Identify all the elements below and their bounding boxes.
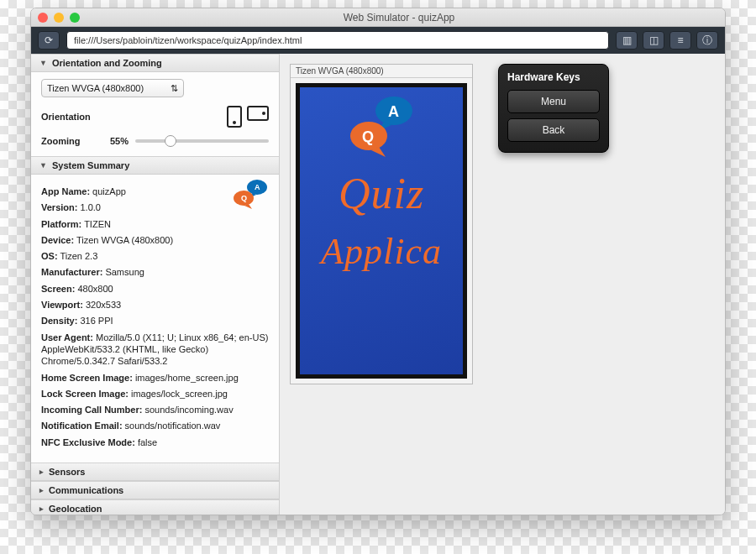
- url-field[interactable]: file:///Users/pabloin/tizen/workspace/qu…: [66, 31, 609, 50]
- system-info-row: Screen: 480x800: [41, 283, 269, 295]
- svg-text:A: A: [388, 103, 399, 120]
- section-title: System Summary: [52, 160, 129, 170]
- chevron-right-icon: ▸: [39, 504, 44, 513]
- system-info-row: Home Screen Image: images/home_screen.jp…: [41, 372, 269, 384]
- section-system-header[interactable]: ▼ System Summary: [31, 156, 279, 175]
- system-info-row: Lock Screen Image: images/lock_screen.jp…: [41, 388, 269, 400]
- section-geolocation-header[interactable]: ▸Geolocation: [31, 499, 279, 515]
- app-preview: A Q Quiz Applica: [300, 87, 463, 374]
- landscape-icon[interactable]: [247, 106, 269, 121]
- device-frame: Tizen WVGA (480x800) A Q Quiz Applica: [290, 64, 473, 384]
- main-body: ▼ Orientation and Zooming Tizen WVGA (48…: [31, 54, 725, 515]
- app-title-line1: Quiz: [339, 173, 424, 214]
- svg-text:A: A: [255, 183, 260, 191]
- chevron-down-icon: ▼: [39, 59, 47, 67]
- system-info-row: Device: Tizen WVGA (480x800): [41, 234, 269, 246]
- section-orientation-header[interactable]: ▼ Orientation and Zooming: [31, 54, 279, 72]
- system-info-row: Manufacturer: Samsung: [41, 266, 269, 278]
- zoom-slider[interactable]: [135, 139, 269, 143]
- chevron-right-icon: ▸: [39, 468, 44, 476]
- sidebar: ▼ Orientation and Zooming Tizen WVGA (48…: [31, 54, 280, 515]
- chevron-down-icon: ▼: [39, 161, 47, 170]
- zoom-icon[interactable]: [70, 13, 80, 23]
- section-title: Communications: [49, 485, 123, 495]
- section-sensors-header[interactable]: ▸Sensors: [31, 463, 279, 481]
- hardware-keys-panel: Hardware Keys Menu Back: [498, 64, 609, 153]
- panel-button[interactable]: ▥: [616, 31, 638, 50]
- toolbar-right-group: ▥ ◫ ≡ ⓘ: [616, 31, 718, 50]
- reload-button[interactable]: ⟳: [38, 31, 60, 50]
- system-info-row: Incoming Call Number: sounds/incoming.wa…: [41, 404, 269, 416]
- system-info-row: Notification Email: sounds/notification.…: [41, 420, 269, 431]
- menu-hw-button[interactable]: Menu: [507, 90, 600, 113]
- app-logo-icon: A Q: [344, 94, 419, 159]
- zoom-label: Zooming: [41, 136, 103, 146]
- close-icon[interactable]: [38, 13, 48, 23]
- orientation-row: Orientation: [41, 106, 269, 128]
- minimize-icon[interactable]: [54, 13, 64, 23]
- section-title: Geolocation: [49, 504, 102, 514]
- section-system-body: A Q App Name: quizAppVersion: 1.0.0Platf…: [31, 175, 279, 463]
- zoom-row: Zooming 55%: [41, 136, 269, 146]
- orientation-label: Orientation: [41, 112, 103, 122]
- titlebar: Web Simulator - quizApp: [31, 8, 725, 27]
- portrait-icon[interactable]: [227, 106, 242, 128]
- hardware-keys-title: Hardware Keys: [507, 71, 600, 83]
- section-orientation-body: Tizen WVGA (480x800) ⇅ Orientation Zoomi…: [31, 72, 279, 156]
- system-info-row: OS: Tizen 2.3: [41, 250, 269, 262]
- section-communications-header[interactable]: ▸Communications: [31, 481, 279, 499]
- system-info-row: Platform: TIZEN: [41, 218, 269, 230]
- system-info-row: NFC Exclusive Mode: false: [41, 436, 269, 448]
- stage: Tizen WVGA (480x800) A Q Quiz Applica: [280, 54, 725, 515]
- device-select-value: Tizen WVGA (480x800): [47, 83, 144, 93]
- device-frame-label: Tizen WVGA (480x800): [291, 65, 472, 78]
- device-screen: A Q Quiz Applica: [296, 83, 467, 379]
- system-info-row: Density: 316 PPI: [41, 315, 269, 327]
- menu-button[interactable]: ≡: [669, 31, 691, 50]
- info-button[interactable]: ⓘ: [696, 31, 718, 50]
- url-text: file:///Users/pabloin/tizen/workspace/qu…: [74, 35, 302, 45]
- system-info-row: User Agent: Mozilla/5.0 (X11; U; Linux x…: [41, 332, 269, 368]
- toolbar: ⟳ file:///Users/pabloin/tizen/workspace/…: [31, 27, 725, 54]
- system-info-row: Viewport: 320x533: [41, 299, 269, 311]
- device-select[interactable]: Tizen WVGA (480x800) ⇅: [41, 79, 184, 97]
- traffic-lights: [38, 13, 80, 23]
- app-title-line2: Applica: [321, 234, 442, 269]
- quiz-logo-icon: A Q: [232, 178, 269, 210]
- orientation-icons: [227, 106, 269, 128]
- back-hw-button[interactable]: Back: [507, 118, 600, 142]
- window-title: Web Simulator - quizApp: [80, 12, 718, 24]
- app-window: Web Simulator - quizApp ⟳ file:///Users/…: [30, 8, 726, 515]
- zoom-value: 55%: [110, 136, 129, 146]
- svg-text:Q: Q: [362, 128, 374, 145]
- section-title: Orientation and Zooming: [52, 58, 162, 68]
- svg-text:Q: Q: [241, 194, 247, 202]
- slider-knob[interactable]: [165, 135, 176, 147]
- section-title: Sensors: [49, 467, 85, 477]
- layout-button[interactable]: ◫: [643, 31, 664, 50]
- chevron-right-icon: ▸: [39, 486, 44, 494]
- select-arrows-icon: ⇅: [171, 83, 178, 94]
